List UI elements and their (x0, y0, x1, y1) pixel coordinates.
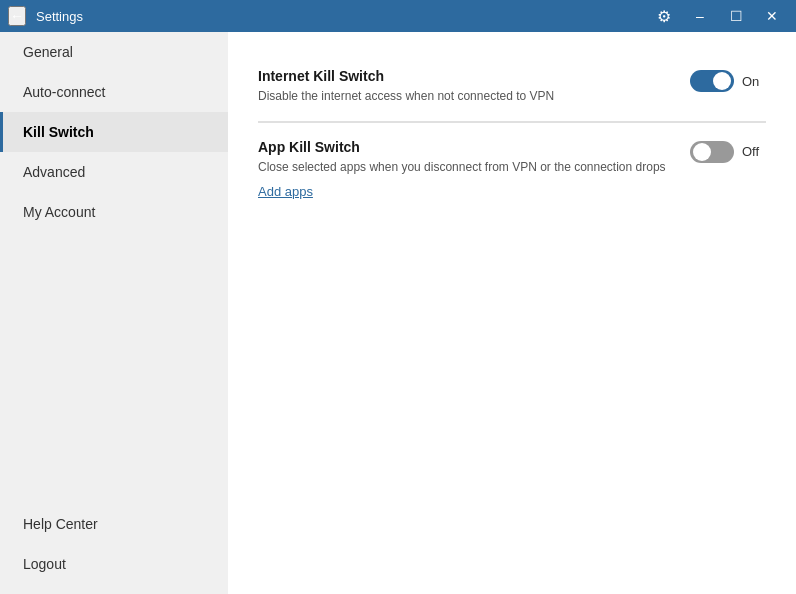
title-bar-left: ← Settings (8, 6, 83, 26)
sidebar-top: General Auto-connect Kill Switch Advance… (0, 32, 228, 232)
sidebar-item-general[interactable]: General (0, 32, 228, 72)
sidebar-item-logout-label: Logout (23, 556, 66, 572)
internet-kill-switch-desc: Disable the internet access when not con… (258, 88, 670, 105)
sidebar-item-kill-switch-label: Kill Switch (23, 124, 94, 140)
maximize-icon: ☐ (730, 8, 743, 24)
internet-kill-switch-title: Internet Kill Switch (258, 68, 670, 84)
main-layout: General Auto-connect Kill Switch Advance… (0, 32, 796, 594)
internet-kill-switch-control: On (690, 70, 766, 92)
sidebar-item-help-center-label: Help Center (23, 516, 98, 532)
sidebar-item-advanced-label: Advanced (23, 164, 85, 180)
sidebar-item-my-account[interactable]: My Account (0, 192, 228, 232)
gear-icon: ⚙ (657, 7, 671, 26)
app-kill-switch-title: App Kill Switch (258, 139, 670, 155)
maximize-button[interactable]: ☐ (720, 0, 752, 32)
sidebar-bottom: Help Center Logout (0, 504, 228, 594)
internet-kill-switch-toggle[interactable] (690, 70, 734, 92)
internet-kill-switch-knob (713, 72, 731, 90)
app-kill-switch-desc: Close selected apps when you disconnect … (258, 159, 670, 176)
app-kill-switch-info: App Kill Switch Close selected apps when… (258, 139, 670, 200)
back-icon: ← (10, 8, 24, 24)
internet-kill-switch-setting: Internet Kill Switch Disable the interne… (258, 52, 766, 122)
internet-kill-switch-info: Internet Kill Switch Disable the interne… (258, 68, 670, 105)
title-bar: ← Settings ⚙ – ☐ ✕ (0, 0, 796, 32)
sidebar-item-auto-connect-label: Auto-connect (23, 84, 106, 100)
back-button[interactable]: ← (8, 6, 26, 26)
sidebar-item-logout[interactable]: Logout (0, 544, 228, 584)
close-button[interactable]: ✕ (756, 0, 788, 32)
app-kill-switch-setting: App Kill Switch Close selected apps when… (258, 123, 766, 216)
sidebar-item-advanced[interactable]: Advanced (0, 152, 228, 192)
minimize-button[interactable]: – (684, 0, 716, 32)
internet-kill-switch-state: On (742, 74, 766, 89)
app-kill-switch-toggle[interactable] (690, 141, 734, 163)
minimize-icon: – (696, 8, 704, 24)
sidebar-item-kill-switch[interactable]: Kill Switch (0, 112, 228, 152)
window-title: Settings (36, 9, 83, 24)
sidebar: General Auto-connect Kill Switch Advance… (0, 32, 228, 594)
app-kill-switch-state: Off (742, 144, 766, 159)
app-kill-switch-control: Off (690, 141, 766, 163)
sidebar-item-auto-connect[interactable]: Auto-connect (0, 72, 228, 112)
content-area: Internet Kill Switch Disable the interne… (228, 32, 796, 594)
sidebar-item-help-center[interactable]: Help Center (0, 504, 228, 544)
add-apps-link[interactable]: Add apps (258, 184, 313, 199)
sidebar-item-my-account-label: My Account (23, 204, 95, 220)
settings-icon-button[interactable]: ⚙ (648, 0, 680, 32)
close-icon: ✕ (766, 8, 778, 24)
sidebar-item-general-label: General (23, 44, 73, 60)
window-controls: ⚙ – ☐ ✕ (648, 0, 788, 32)
app-kill-switch-knob (693, 143, 711, 161)
